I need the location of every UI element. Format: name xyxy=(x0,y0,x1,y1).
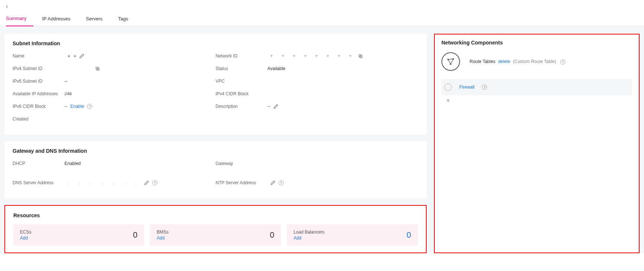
status-dot-icon xyxy=(447,99,450,102)
gateway-dns-panel: Gateway and DNS Information DHCP Enabled… xyxy=(4,141,427,198)
subnet-info-title: Subnet Information xyxy=(13,40,418,46)
plus-icon[interactable]: + xyxy=(67,53,70,59)
copy-icon[interactable] xyxy=(95,66,100,71)
edit-icon[interactable] xyxy=(144,180,149,185)
firewall-link[interactable]: Firewall xyxy=(459,85,474,90)
label-ntp: NTP Server Address xyxy=(216,180,267,185)
label-status: Status xyxy=(216,66,267,71)
tile-name: Load Balancers xyxy=(294,229,324,235)
help-icon[interactable]: ? xyxy=(152,180,157,185)
edit-icon[interactable] xyxy=(79,53,84,59)
page-breadcrumb xyxy=(14,4,18,9)
tab-servers[interactable]: Servers xyxy=(86,11,109,26)
networking-title: Networking Components xyxy=(441,40,632,46)
plus-icon[interactable]: + xyxy=(73,53,76,59)
networking-components-panel: Networking Components Route Tables delet… xyxy=(434,34,640,253)
route-tables-subtext: (Custom Route Table) xyxy=(513,59,556,64)
networking-item xyxy=(441,95,632,106)
firewall-icon xyxy=(444,83,452,91)
help-icon[interactable]: ? xyxy=(482,85,487,90)
resource-tile-lb[interactable]: Load Balancers Add 0 xyxy=(287,224,418,246)
label-available-ip: Available IP Addresses xyxy=(13,91,64,96)
help-icon[interactable]: ? xyxy=(278,180,284,185)
back-chevron-icon[interactable]: ‹ xyxy=(6,3,8,10)
label-description: Description xyxy=(216,104,267,109)
route-tables-icon xyxy=(441,52,460,71)
value-dhcp: Enabled xyxy=(64,161,81,166)
tile-add-link[interactable]: Add xyxy=(157,235,168,241)
value-ipv6-cidr-prefix: -- xyxy=(64,104,67,109)
label-dns: DNS Server Address xyxy=(13,180,64,185)
enable-ipv6-link[interactable]: Enable xyxy=(70,104,84,109)
subnet-information-panel: Subnet Information Name + + xyxy=(4,34,427,135)
help-icon[interactable]: ? xyxy=(560,59,565,65)
tile-name: BMSs xyxy=(157,229,168,235)
tabs-bar: Summary IP Addresses Servers Tags xyxy=(0,11,644,26)
label-created: Created xyxy=(13,116,64,122)
label-ipv6-cidr: IPv6 CIDR Block xyxy=(13,104,64,109)
label-gateway: Gateway xyxy=(216,161,267,166)
resources-title: Resources xyxy=(13,212,418,218)
value-status: Available xyxy=(267,66,285,71)
gateway-title: Gateway and DNS Information xyxy=(13,148,418,154)
edit-icon[interactable] xyxy=(270,180,276,185)
tile-count: 0 xyxy=(407,230,411,240)
tile-name: ECSs xyxy=(20,229,31,235)
label-ipv6-subnet-id: IPv6 Subnet ID xyxy=(13,79,64,84)
value-available-ip: 246 xyxy=(64,91,72,96)
help-icon[interactable]: ? xyxy=(87,104,92,109)
firewall-row[interactable]: Firewall ? xyxy=(441,79,632,95)
svg-line-8 xyxy=(451,59,453,64)
value-description: -- xyxy=(267,104,270,109)
label-vpc: VPC xyxy=(216,79,267,84)
tab-summary[interactable]: Summary xyxy=(6,11,33,26)
tile-add-link[interactable]: Add xyxy=(20,235,31,241)
tab-tags[interactable]: Tags xyxy=(118,11,135,26)
value-ipv6-subnet-id: -- xyxy=(64,79,67,84)
route-tables-row: Route Tables delete (Custom Route Table)… xyxy=(441,52,632,79)
label-dhcp: DHCP xyxy=(13,161,64,166)
tab-ip-addresses[interactable]: IP Addresses xyxy=(42,11,77,26)
label-ipv4-cidr: IPv4 CIDR Block xyxy=(216,91,267,96)
tile-count: 0 xyxy=(133,230,137,240)
resources-panel: Resources ECSs Add 0 BMSs Add 0 xyxy=(4,205,427,253)
tile-add-link[interactable]: Add xyxy=(294,235,324,241)
edit-icon[interactable] xyxy=(273,104,278,109)
route-tables-label: Route Tables xyxy=(470,59,495,64)
svg-line-9 xyxy=(448,59,451,64)
resource-tile-bms[interactable]: BMSs Add 0 xyxy=(150,224,281,246)
route-tables-delete-link[interactable]: delete xyxy=(498,59,510,64)
label-name: Name xyxy=(13,53,64,59)
tile-count: 0 xyxy=(270,230,274,240)
svg-line-7 xyxy=(448,59,453,59)
label-network-id: Network ID xyxy=(216,53,267,59)
copy-icon[interactable] xyxy=(358,54,363,59)
resource-tile-ecs[interactable]: ECSs Add 0 xyxy=(13,224,144,246)
label-ipv4-subnet-id: IPv4 Subnet ID xyxy=(13,66,64,71)
